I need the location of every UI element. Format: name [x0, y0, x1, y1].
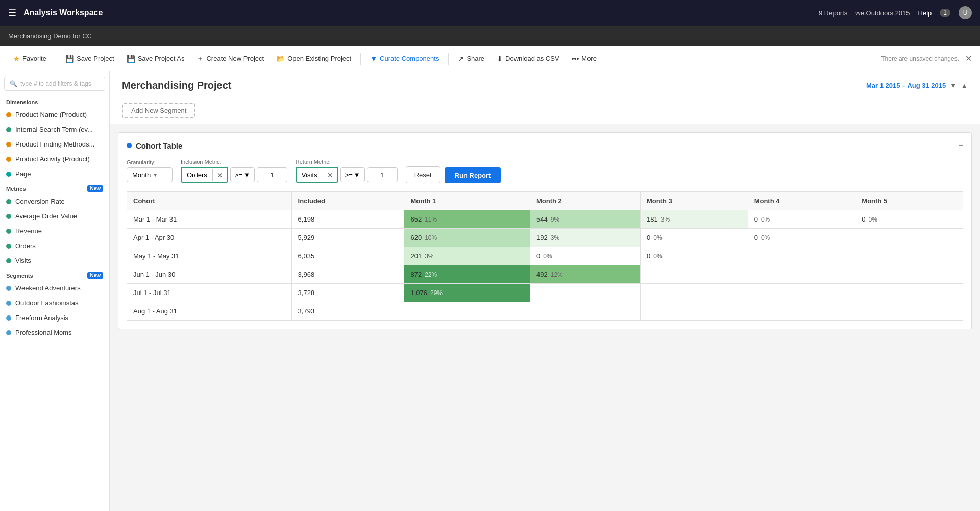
favorite-button[interactable]: ★ Favorite	[8, 52, 52, 66]
avatar[interactable]: U	[959, 6, 972, 19]
run-report-button[interactable]: Run Report	[445, 167, 501, 183]
save-project-as-button[interactable]: 💾 Save Project As	[121, 52, 190, 66]
col-cohort: Cohort	[127, 192, 292, 210]
create-new-project-button[interactable]: ＋ Create New Project	[191, 51, 269, 66]
table-row: Jun 1 - Jun 303,96887222%49212%	[127, 265, 963, 284]
cell-cohort: Apr 1 - Apr 30	[127, 229, 292, 247]
dimension-dot	[6, 112, 11, 117]
sidebar-search[interactable]: 🔍 type # to add filters & tags	[4, 77, 105, 91]
help-button[interactable]: Help	[918, 9, 932, 17]
reports-label[interactable]: 9 Reports	[819, 9, 847, 17]
project-breadcrumb: Merchandising Demo for CC	[8, 32, 92, 40]
segment-dot	[6, 315, 11, 321]
sidebar-item-revenue[interactable]: Revenue	[0, 224, 109, 238]
app-title: Analysis Workspace	[23, 8, 819, 17]
sidebar-item-conversion-rate[interactable]: Conversion Rate	[0, 194, 109, 209]
return-metric-value: Visits	[297, 168, 323, 182]
cell-month: 1813%	[641, 210, 748, 229]
sidebar-item-product-name[interactable]: Product Name (Product)	[0, 107, 109, 122]
cell-month: 00%	[748, 210, 855, 229]
save-project-button[interactable]: 💾 Save Project	[60, 52, 119, 66]
cell-month: 1923%	[530, 229, 641, 247]
star-icon: ★	[13, 55, 20, 63]
segment-dot	[6, 301, 11, 306]
hamburger-icon[interactable]: ☰	[8, 7, 16, 18]
cell-cohort: Mar 1 - Mar 31	[127, 210, 292, 229]
sidebar-item-orders[interactable]: Orders	[0, 238, 109, 253]
inclusion-op-select[interactable]: >= ▼	[230, 167, 255, 182]
granularity-group: Granularity: Month ▼	[127, 159, 173, 182]
share-button[interactable]: ↗ Share	[453, 52, 489, 66]
cell-value: 0	[536, 252, 540, 260]
table-header-row: Cohort Included Month 1 Month 2 Month 3 …	[127, 192, 963, 210]
return-num-input[interactable]	[367, 167, 398, 182]
sidebar-item-product-activity[interactable]: Product Activity (Product)	[0, 152, 109, 166]
cell-value: 544	[536, 215, 548, 223]
return-op-select[interactable]: >= ▼	[340, 167, 365, 182]
open-existing-button[interactable]: 📂 Open Existing Project	[271, 52, 356, 66]
plus-icon: ＋	[197, 54, 204, 63]
sidebar-item-internal-search[interactable]: Internal Search Term (ev...	[0, 122, 109, 137]
sidebar-item-outdoor-fashionistas[interactable]: Outdoor Fashionistas	[0, 296, 109, 310]
download-csv-button[interactable]: ⬇ Download as CSV	[492, 52, 565, 66]
col-month4: Month 4	[748, 192, 855, 210]
panel-dot	[127, 143, 132, 148]
more-button[interactable]: ••• More	[567, 52, 602, 66]
collapse-panel-icon[interactable]: ▲	[961, 82, 968, 90]
reset-button[interactable]: Reset	[406, 166, 440, 183]
cell-value: 0	[754, 234, 758, 241]
sidebar-item-visits[interactable]: Visits	[0, 253, 109, 268]
cell-value: 0	[862, 215, 865, 223]
save-as-icon: 💾	[127, 55, 135, 63]
inclusion-metric-label: Inclusion Metric:	[181, 159, 287, 165]
granularity-select[interactable]: Month ▼	[127, 167, 173, 182]
panel-collapse-button[interactable]: −	[959, 141, 963, 150]
cell-month: 00%	[641, 229, 748, 247]
table-row: Mar 1 - Mar 316,19865211%5449%1813%00%00…	[127, 210, 963, 229]
metric-dot	[6, 214, 11, 219]
cell-pct: 10%	[425, 234, 437, 241]
metric-dot	[6, 244, 11, 249]
sidebar-item-professional-moms[interactable]: Professional Moms	[0, 325, 109, 340]
cell-month: 5449%	[530, 210, 641, 229]
date-range-chevron[interactable]: ▼	[950, 82, 957, 89]
inclusion-num-input[interactable]	[257, 167, 287, 182]
action-buttons: Reset Run Report	[406, 166, 501, 183]
cell-month: 00%	[855, 210, 963, 229]
return-metric-clear-icon[interactable]: ✕	[323, 169, 337, 181]
inclusion-metric-select[interactable]: Orders ✕	[181, 167, 228, 183]
cell-month	[855, 247, 963, 265]
curate-components-button[interactable]: ▼ Curate Components	[365, 52, 444, 66]
sub-header: Merchandising Demo for CC	[0, 26, 980, 46]
cell-value: 492	[536, 271, 548, 278]
inclusion-metric-group: Inclusion Metric: Orders ✕ >= ▼	[181, 159, 287, 183]
cell-value: 192	[536, 234, 548, 241]
notification-badge[interactable]: 1	[940, 9, 950, 17]
sidebar-item-product-finding[interactable]: Product Finding Methods...	[0, 137, 109, 152]
cohort-table-panel: Cohort Table − Granularity: Month ▼ Incl…	[118, 132, 972, 329]
sidebar-item-page[interactable]: Page	[0, 166, 109, 181]
cell-included: 6,035	[291, 247, 404, 265]
add-segment-button[interactable]: Add New Segment	[122, 103, 195, 118]
cell-month: 49212%	[530, 265, 641, 284]
cell-value: 201	[410, 252, 422, 260]
cell-cohort: May 1 - May 31	[127, 247, 292, 265]
cohort-table: Cohort Included Month 1 Month 2 Month 3 …	[127, 191, 963, 321]
cell-included: 6,198	[291, 210, 404, 229]
cell-month	[748, 284, 855, 302]
metric-dot	[6, 258, 11, 263]
granularity-label: Granularity:	[127, 159, 173, 165]
dimension-dot	[6, 172, 11, 177]
table-row: May 1 - May 316,0352013%00%00%	[127, 247, 963, 265]
account-label[interactable]: we.Outdoors 2015	[855, 9, 910, 17]
close-button[interactable]: ✕	[965, 54, 972, 63]
sidebar-item-weekend-adventurers[interactable]: Weekend Adventurers	[0, 281, 109, 296]
return-metric-select[interactable]: Visits ✕	[296, 167, 338, 183]
date-range-selector[interactable]: Mar 1 2015 – Aug 31 2015	[866, 82, 946, 89]
sidebar-item-freeform-analysis[interactable]: Freeform Analysis	[0, 310, 109, 325]
dimension-dot	[6, 142, 11, 147]
dimension-dot	[6, 127, 11, 132]
inclusion-metric-clear-icon[interactable]: ✕	[212, 169, 227, 181]
sidebar-item-avg-order-value[interactable]: Average Order Value	[0, 209, 109, 224]
filter-icon: ▼	[370, 55, 377, 63]
